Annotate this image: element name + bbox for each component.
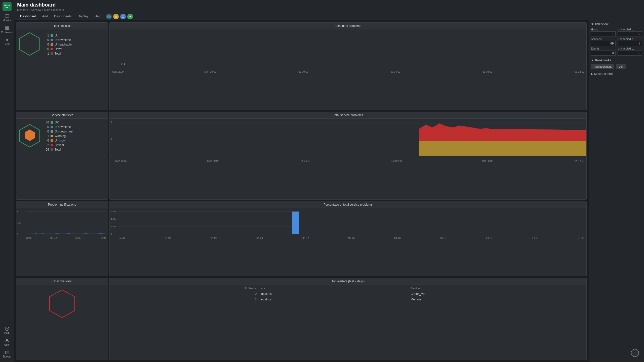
master-control-chevron-icon: ▶ xyxy=(591,72,593,76)
tab-dashboard[interactable]: Dashboard xyxy=(17,13,39,20)
alert-service-2: Memory xyxy=(409,297,585,302)
host-stat-up[interactable]: 1 Up xyxy=(44,34,72,37)
tab-dashboards[interactable]: Dashboards xyxy=(51,13,75,20)
pct-svg xyxy=(119,210,300,235)
pct-x-labels: 03-31 04-03 04-06 04-09 04-12 04-15 04-1… xyxy=(119,237,584,239)
overview-services-unhandled-value: 3 xyxy=(618,41,642,46)
col-service: Service xyxy=(409,286,585,291)
host-stat-total[interactable]: 1 Total xyxy=(44,52,72,55)
table-row[interactable]: 3 localhost Memory xyxy=(111,297,585,302)
host-stat-unreachable[interactable]: 0 Unreachable xyxy=(44,43,72,46)
bookmarks-section: ▼ Bookmarks Add bookmark Edit xyxy=(591,59,642,69)
overview-hosts-unhandled-value: 0 xyxy=(618,31,642,36)
top-alerters-panel: Top alerters (last 7 days) Problems Host… xyxy=(109,278,587,360)
service-stats-list: 66 OK 0 In downtime 0 On down hos xyxy=(44,121,73,151)
svg-rect-4 xyxy=(7,26,9,28)
host-statistics-title: Host statistics xyxy=(16,23,108,29)
nav-setup[interactable]: Setup xyxy=(0,36,14,48)
host-stats-list: 1 Up 0 In downtime 0 Unreachable xyxy=(44,34,72,55)
notif-y-labels: 1 0.50 0 xyxy=(17,210,21,235)
tab-add[interactable]: Add xyxy=(39,13,51,20)
overview-events-value: 0 xyxy=(591,51,616,56)
host-statistics-panel: Host statistics 1 Up xyxy=(16,22,108,110)
svc-stat-warning[interactable]: 1 Warning xyxy=(44,134,73,138)
total-host-problems-title: Total host problems xyxy=(110,23,586,29)
svg-rect-6 xyxy=(7,28,9,30)
svc-stat-unknown[interactable]: 0 Unknown xyxy=(44,139,73,142)
overview-section-title[interactable]: ▼ Overview xyxy=(591,22,642,26)
svg-marker-36 xyxy=(50,290,75,318)
alerters-table: Problems Host Service 10 localhost Check… xyxy=(111,286,585,302)
filter-icon-btn[interactable]: ▼ xyxy=(127,14,133,19)
host-hex-svg xyxy=(18,31,41,57)
service-problems-y-labels: 4 2 0 xyxy=(111,121,112,157)
shield-icon-btn[interactable]: ⬡ xyxy=(120,14,126,19)
pct-service-problems-title: Percentage of total service problems xyxy=(110,201,586,208)
help-icon: ? xyxy=(5,327,9,331)
host-problems-x-labels: Mon 16:00 Mon 20:00 Tue 00:00 Tue 04:00 … xyxy=(112,70,584,73)
globe-icon-btn[interactable]: 🌐 xyxy=(106,14,112,19)
tab-help[interactable]: Help xyxy=(91,13,104,20)
svg-rect-12 xyxy=(6,351,9,351)
svc-warning-dot xyxy=(51,135,53,137)
svc-stat-downtime[interactable]: 0 In downtime xyxy=(44,125,73,129)
nav-tabs: Dashboard Add Dashboards Display Help 🌐 … xyxy=(17,13,641,20)
notif-x-labels: 18:00 05-02 06:00 12:00 xyxy=(26,237,106,239)
svg-marker-25 xyxy=(419,141,587,156)
edit-bookmarks-button[interactable]: Edit xyxy=(616,64,626,69)
svc-critical-dot xyxy=(51,144,53,146)
svg-text:?: ? xyxy=(6,327,8,330)
user-icon xyxy=(5,338,9,343)
right-sidebar: ▼ Overview Hosts 1 Unhandled p. 0 Servic… xyxy=(589,20,644,362)
nav-sidebar[interactable]: Sidebar xyxy=(0,348,14,360)
overview-grid: Hosts 1 Unhandled p. 0 Services 69 Unhan… xyxy=(591,28,642,56)
header-icons: 🌐 ⚠ ⬡ ▼ xyxy=(106,14,133,19)
top-alerters-content: Problems Host Service 10 localhost Check… xyxy=(110,285,586,303)
host-stat-downtime[interactable]: 0 In downtime xyxy=(44,38,72,42)
add-widget-button[interactable]: + xyxy=(631,349,639,357)
svc-stat-on-down-host[interactable]: 0 On down host xyxy=(44,130,73,133)
add-bookmark-button[interactable]: Add bookmark xyxy=(591,64,614,69)
pct-service-problems-panel: Percentage of total service problems 6.0… xyxy=(109,201,587,276)
app-logo[interactable]: check mk xyxy=(3,2,12,11)
svg-rect-13 xyxy=(6,352,9,352)
svg-rect-5 xyxy=(5,28,7,30)
host-stat-down[interactable]: 0 Down xyxy=(44,47,72,51)
monitor-icon xyxy=(5,14,9,19)
tab-display[interactable]: Display xyxy=(75,13,92,20)
table-row[interactable]: 10 localhost Check_MK xyxy=(111,291,585,297)
nav-monitor[interactable]: Monitor xyxy=(0,12,14,24)
svc-total-dot xyxy=(51,148,53,151)
svc-stat-critical[interactable]: 2 Critical xyxy=(44,143,73,147)
nav-user-label: User xyxy=(4,343,10,346)
overview-hosts-value: 1 xyxy=(591,31,616,36)
host-problems-chart: 0 Mon 16:00 Mon 20:00 Tue 00:00 Tue 04:0… xyxy=(110,29,586,75)
overview-hosts-label: Hosts 1 xyxy=(591,28,616,36)
alert-host-2: localhost xyxy=(259,297,409,302)
nav-customize[interactable]: Customize xyxy=(0,24,14,36)
overview-events-unhandled-value: 0 xyxy=(618,51,642,56)
nav-user[interactable]: User xyxy=(0,336,14,348)
svg-rect-3 xyxy=(5,26,7,28)
service-problems-svg xyxy=(115,121,587,158)
service-statistics-panel: Service statistics 66 OK xyxy=(16,112,108,199)
overview-services-label: Services 69 xyxy=(591,37,616,46)
svc-stat-ok[interactable]: 66 OK xyxy=(44,121,73,124)
problem-notifications-chart: 1 0.50 0 18:00 05-02 06:00 xyxy=(16,208,108,241)
total-service-problems-panel: Total service problems 4 2 0 xyxy=(109,112,587,199)
master-control-title[interactable]: ▶ Master control xyxy=(591,72,642,76)
total-service-problems-title: Total service problems xyxy=(110,112,586,119)
nav-setup-label: Setup xyxy=(4,43,10,46)
host-overview-title: Host overview xyxy=(16,278,108,285)
customize-icon xyxy=(5,26,9,30)
host-down-dot xyxy=(51,48,53,50)
bookmarks-section-title[interactable]: ▼ Bookmarks xyxy=(591,59,642,62)
warning-icon-btn[interactable]: ⚠ xyxy=(113,14,119,19)
svg-marker-15 xyxy=(20,33,40,55)
svc-stat-total[interactable]: 69 Total xyxy=(44,148,73,151)
problem-notifications-title: Problem notifications xyxy=(16,201,108,208)
svc-unknown-dot xyxy=(51,139,53,142)
page-title: Main dashboard xyxy=(17,2,641,8)
nav-help[interactable]: ? Help xyxy=(0,325,14,336)
left-nav-bottom: ? Help User Sidebar xyxy=(0,325,14,362)
